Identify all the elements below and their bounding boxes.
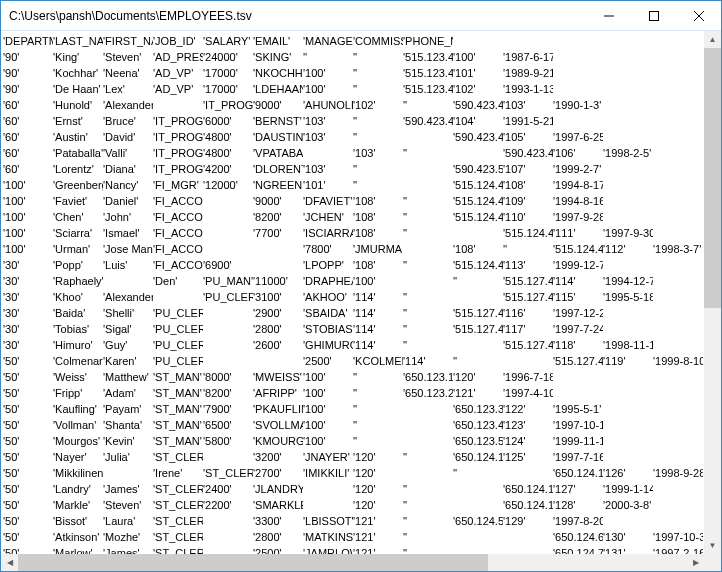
cell: 'KMOURGOS' [253,433,303,449]
v-scroll-track[interactable] [704,48,721,537]
cell [403,129,453,145]
cell: '590.423.5567' [453,161,503,177]
scroll-up-button[interactable]: ▲ [704,31,721,48]
cell: 'Shanta' [103,417,153,433]
close-button[interactable] [676,1,721,30]
h-scroll-track[interactable] [18,554,687,571]
cell: '590.423.4567' [453,97,503,113]
h-scroll-thumb[interactable] [18,554,488,571]
cell: 'Sciarra' [53,225,103,241]
cell: '' [403,97,453,113]
cell: '30' [3,257,53,273]
v-scroll-thumb[interactable] [704,48,721,308]
data-grid[interactable]: 'DEPARTMENT_ID''LAST_NAME''FIRST_NAME''J… [1,31,721,571]
scroll-left-button[interactable]: ◀ [1,554,18,571]
horizontal-scrollbar[interactable]: ◀ ▶ [1,554,704,571]
cell: '9000' [253,193,303,209]
cell: 'DLORENTZ' [253,161,303,177]
cell: '126' [603,465,653,481]
cell: '515.124.4569' [453,177,503,193]
cell: '5800' [203,433,253,449]
cell: '103' [353,145,403,161]
cell: '50' [3,369,53,385]
cell: '1987-6-17' [503,49,553,65]
cell: '3100' [253,289,303,305]
cell [653,177,703,193]
cell: 'Colmenares' [53,353,103,369]
cell: 'ST_MAN' [153,385,203,401]
titlebar-buttons [586,1,721,30]
cell: 'King' [53,49,103,65]
table-row: '50''Vollman''Shanta''ST_MAN''6500''SVOL… [3,417,719,433]
cell: '' [403,481,453,497]
cell [603,161,653,177]
cell [203,321,253,337]
cell: '1994-12-7' [603,273,653,289]
cell: '50' [3,513,53,529]
cell: '100' [3,225,53,241]
cell [653,65,703,81]
cell: '119' [603,353,653,369]
cell: '' [353,417,403,433]
cell: '' [353,113,403,129]
cell: '' [353,369,403,385]
cell: 'SBAIDA' [303,305,353,321]
cell: 'FI_MGR' [153,177,203,193]
scroll-right-button[interactable]: ▶ [687,554,704,571]
cell: '106' [553,145,603,161]
cell [653,369,703,385]
cell: 'Alexander' [103,289,153,305]
cell [653,337,703,353]
cell: '50' [3,529,53,545]
cell: 'FI_ACCOUNT' [153,241,203,257]
cell: '90' [3,81,53,97]
cell: '121' [353,513,403,529]
cell: '60' [3,113,53,129]
cell: 'Weiss' [53,369,103,385]
column-header: 'MANAGER_ID' [303,33,353,49]
cell: 'IT_PROG' [153,145,203,161]
cell: '' [403,257,453,273]
cell: '1999-12-7' [553,257,603,273]
cell: '650.124.1214' [453,449,503,465]
cell: '' [403,449,453,465]
cell: '8000' [203,369,253,385]
cell: '100' [3,177,53,193]
cell: '17000' [203,81,253,97]
cell [603,305,653,321]
cell [253,353,303,369]
cell: '100' [303,65,353,81]
cell: 'IMIKKILI' [303,465,353,481]
cell [653,305,703,321]
cell: '60' [3,145,53,161]
table-row: '50''Markle''Steven''ST_CLERK''2200''SMA… [3,497,719,513]
cell: 'FI_ACCOUNT' [153,257,203,273]
cell: '103' [303,113,353,129]
cell: '1998-11-15' [603,337,653,353]
maximize-button[interactable] [631,1,676,30]
cell: '650.123.2234' [403,385,453,401]
scroll-down-button[interactable]: ▼ [704,537,721,554]
cell: '' [353,81,403,97]
cell: 'SMARKLE' [253,497,303,513]
cell: '120' [353,497,403,513]
cell: '108' [353,193,403,209]
minimize-button[interactable] [586,1,631,30]
cell: 'Den' [153,273,203,289]
cell: 'Greenberg' [53,177,103,193]
vertical-scrollbar[interactable]: ▲ ▼ [704,31,721,554]
cell [453,529,503,545]
cell: 'Landry' [53,481,103,497]
cell: 'Lorentz' [53,161,103,177]
cell: 'Bruce' [103,113,153,129]
cell: '' [403,225,453,241]
cell: '' [353,161,403,177]
cell: '124' [503,433,553,449]
cell: '1994-8-17' [553,177,603,193]
cell: '1999-2-7' [553,161,603,177]
cell: 'FI_ACCOUNT' [153,193,203,209]
cell [603,433,653,449]
cell: '4800' [203,145,253,161]
cell: 'Neena' [103,65,153,81]
cell: 'FI_ACCOUNT' [153,225,203,241]
